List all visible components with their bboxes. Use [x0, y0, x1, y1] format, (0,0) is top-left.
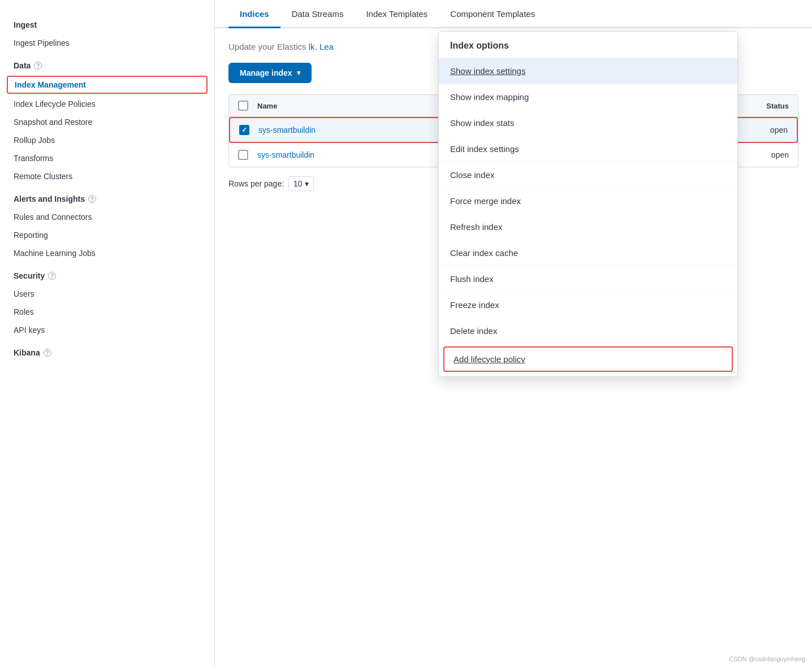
sidebar: Ingest Ingest Pipelines Data ? Index Man… — [0, 0, 215, 668]
sidebar-section-label: Ingest — [14, 20, 37, 29]
sidebar-item-index-lifecycle-policies[interactable]: Index Lifecycle Policies — [0, 95, 214, 113]
sidebar-section-label: Security — [14, 271, 45, 280]
sidebar-item-rollup-jobs[interactable]: Rollup Jobs — [0, 131, 214, 149]
manage-button-chevron-icon: ▾ — [297, 69, 300, 77]
table-name-column-header: Name — [257, 102, 277, 110]
tab-component-templates[interactable]: Component Templates — [439, 0, 546, 28]
dropdown-item-show-index-mapping[interactable]: Show index mapping — [439, 84, 737, 110]
dropdown-item-delete-index[interactable]: Delete index — [439, 318, 737, 344]
dropdown-title: Index options — [439, 32, 737, 58]
dropdown-item-clear-index-cache[interactable]: Clear index cache — [439, 240, 737, 266]
dropdown-item-freeze-index[interactable]: Freeze index — [439, 292, 737, 318]
dropdown-item-show-index-stats[interactable]: Show index stats — [439, 110, 737, 136]
learn-more-link[interactable]: lk. Lea — [309, 42, 334, 51]
tab-indices[interactable]: Indices — [228, 0, 280, 28]
sidebar-section-header-security: Security ? — [0, 262, 214, 285]
dropdown-item-show-index-settings[interactable]: Show index settings — [439, 58, 737, 84]
manage-index-button[interactable]: Manage index ▾ — [228, 63, 312, 83]
dropdown-item-flush-index[interactable]: Flush index — [439, 266, 737, 292]
sidebar-item-reporting[interactable]: Reporting — [0, 226, 214, 244]
sidebar-section-header-kibana: Kibana ? — [0, 339, 214, 362]
index-options-dropdown: Index options Show index settings Show i… — [438, 31, 738, 377]
sidebar-item-machine-learning-jobs[interactable]: Machine Learning Jobs — [0, 244, 214, 262]
sidebar-item-users[interactable]: Users — [0, 285, 214, 303]
sidebar-item-index-management[interactable]: Index Management — [7, 76, 208, 94]
dropdown-item-add-lifecycle-policy[interactable]: Add lifecycle policy — [443, 346, 733, 372]
sidebar-item-api-keys[interactable]: API keys — [0, 321, 214, 339]
rows-per-page-select[interactable]: 10 ▾ — [288, 176, 314, 191]
table-status-column-header: Status — [766, 102, 789, 110]
row-2-status: open — [771, 150, 789, 159]
kibana-help-icon[interactable]: ? — [44, 349, 51, 357]
sidebar-section-header-ingest: Ingest — [0, 11, 214, 34]
tabs-bar: Indices Data Streams Index Templates Com… — [215, 0, 812, 28]
sidebar-item-snapshot-and-restore[interactable]: Snapshot and Restore — [0, 113, 214, 131]
sidebar-section-header-alerts: Alerts and Insights ? — [0, 185, 214, 208]
sidebar-item-roles[interactable]: Roles — [0, 303, 214, 321]
select-all-checkbox[interactable] — [238, 101, 248, 111]
tab-data-streams[interactable]: Data Streams — [280, 0, 355, 28]
rows-per-page-chevron-icon: ▾ — [305, 179, 309, 188]
dropdown-item-close-index[interactable]: Close index — [439, 162, 737, 188]
sidebar-section-header-data: Data ? — [0, 52, 214, 75]
sidebar-item-ingest-pipelines[interactable]: Ingest Pipelines — [0, 34, 214, 52]
dropdown-item-force-merge-index[interactable]: Force merge index — [439, 188, 737, 214]
row-2-index-name[interactable]: sys-smartbuildin — [257, 150, 314, 159]
sidebar-section-label: Alerts and Insights — [14, 194, 85, 203]
watermark-text: CSDN @csdnfanguyinheng — [727, 654, 807, 663]
sidebar-item-transforms[interactable]: Transforms — [0, 149, 214, 167]
sidebar-section-label: Kibana — [14, 348, 40, 357]
security-help-icon[interactable]: ? — [48, 272, 56, 280]
tab-index-templates[interactable]: Index Templates — [355, 0, 439, 28]
sidebar-section-alerts: Alerts and Insights ? Rules and Connecto… — [0, 185, 214, 262]
sidebar-item-rules-and-connectors[interactable]: Rules and Connectors — [0, 208, 214, 226]
dropdown-item-edit-index-settings[interactable]: Edit index settings — [439, 136, 737, 162]
main-content: Indices Data Streams Index Templates Com… — [215, 0, 812, 668]
row-1-status: open — [770, 125, 788, 135]
sidebar-section-data: Data ? Index Management Index Lifecycle … — [0, 52, 214, 185]
row-2-checkbox[interactable] — [238, 150, 248, 160]
sidebar-section-security: Security ? Users Roles API keys — [0, 262, 214, 339]
sidebar-section-ingest: Ingest Ingest Pipelines — [0, 11, 214, 52]
sidebar-item-remote-clusters[interactable]: Remote Clusters — [0, 167, 214, 185]
row-1-index-name[interactable]: sys-smartbuildin — [258, 125, 316, 135]
dropdown-item-refresh-index[interactable]: Refresh index — [439, 214, 737, 240]
sidebar-section-kibana: Kibana ? — [0, 339, 214, 362]
alerts-help-icon[interactable]: ? — [88, 195, 96, 203]
sidebar-section-label: Data — [14, 61, 31, 70]
rows-per-page-label: Rows per page: — [228, 179, 284, 188]
rows-per-page-value: 10 — [293, 179, 303, 188]
row-1-checkbox[interactable] — [239, 125, 249, 135]
data-help-icon[interactable]: ? — [34, 62, 42, 70]
